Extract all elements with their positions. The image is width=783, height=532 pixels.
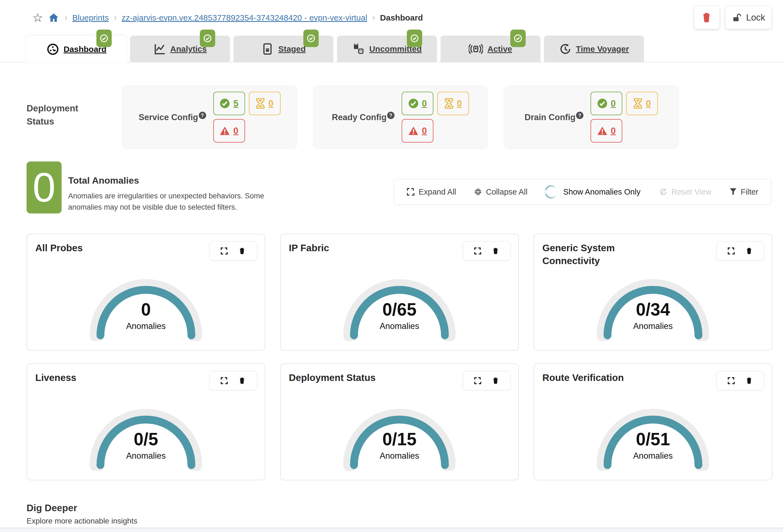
failed-count-box[interactable]: 0	[591, 119, 622, 142]
anomaly-gauge: 0/51 Anomalies	[595, 405, 711, 471]
delete-card-button[interactable]	[239, 377, 246, 385]
probe-card-ip-fabric: IP Fabric 0/65 Anomalies	[280, 234, 519, 351]
deployment-status-label: DeploymentStatus	[27, 102, 78, 128]
tab-analytics[interactable]: Analytics	[130, 36, 230, 62]
pending-count-box[interactable]: 0	[437, 92, 469, 115]
gauge-card-title: Generic System Connectivity	[542, 241, 657, 267]
gauge-card-tools	[210, 371, 257, 390]
gauge-card-title: IP Fabric	[289, 241, 404, 254]
anomaly-gauge: 0/65 Anomalies	[342, 275, 457, 341]
gauge-card-tools	[463, 371, 510, 390]
status-card-title: Service Config?	[138, 112, 206, 122]
anomaly-gauge: 0/5 Anomalies	[88, 405, 203, 471]
gauge-grid-row-1: All Probes 0 Anomalies IP Fabric	[27, 234, 772, 351]
anomaly-gauge: 0/15 Anomalies	[342, 405, 457, 471]
show-anomalies-toggle[interactable]: OFF	[545, 185, 557, 198]
probe-card-liveness: Liveness 0/5 Anomalies	[27, 363, 265, 480]
check-circle-icon	[408, 98, 418, 109]
tab-active[interactable]: Active	[440, 36, 540, 62]
collapse-icon	[474, 188, 482, 196]
total-anomalies-count: 0	[27, 162, 62, 213]
tab-dashboard[interactable]: Dashboard	[27, 36, 126, 63]
reset-view-button[interactable]: Reset View	[660, 188, 711, 197]
gauge-card-title: Liveness	[35, 371, 150, 384]
tab-label: Staged	[278, 44, 306, 54]
help-icon[interactable]: ?	[576, 112, 584, 119]
pending-count-box[interactable]: 0	[626, 92, 658, 115]
check-circle-icon	[220, 98, 230, 109]
deployment-status-cards: Service Config? 5 0 0	[122, 86, 679, 149]
gauge-caption: Anomalies	[88, 321, 203, 331]
header-actions: Lock	[694, 6, 772, 29]
help-icon[interactable]: ?	[387, 112, 395, 119]
analytics-chart-icon	[153, 43, 166, 55]
gauge-card-tools	[210, 241, 257, 261]
blueprint-tabs: Dashboard Analytics Staged Uncommitted	[27, 36, 644, 63]
expand-card-button[interactable]	[221, 377, 228, 384]
failed-count-box[interactable]: 0	[213, 119, 245, 142]
lock-button[interactable]: Lock	[725, 6, 772, 29]
gauge-value: 0/5	[88, 429, 203, 450]
footer-divider	[0, 528, 783, 532]
favorite-star-icon[interactable]: ☆	[32, 12, 43, 24]
gauge-card-title: Deployment Status	[289, 371, 404, 384]
home-icon[interactable]	[48, 12, 59, 24]
succeeded-count-box[interactable]: 0	[402, 92, 433, 115]
breadcrumb-separator: ›	[372, 12, 375, 23]
failed-count-box[interactable]: 0	[402, 119, 433, 142]
expand-card-button[interactable]	[728, 377, 735, 384]
top-bar: ☆ › Blueprints › zz-ajarvis-evpn.vex.248…	[0, 0, 783, 36]
delete-card-button[interactable]	[492, 377, 499, 385]
probe-card-all-probes: All Probes 0 Anomalies	[27, 234, 265, 351]
pending-count-box[interactable]: 0	[249, 92, 281, 115]
total-anomalies-description: Anomalies are irregularities or unexpect…	[68, 191, 282, 213]
delete-card-button[interactable]	[239, 247, 246, 255]
trash-icon	[701, 12, 712, 23]
anomaly-gauge: 0 Anomalies	[88, 275, 203, 341]
breadcrumb-current: Dashboard	[380, 13, 423, 23]
gauge-card-tools	[717, 371, 764, 390]
expand-card-button[interactable]	[221, 247, 228, 255]
staged-file-icon	[261, 43, 274, 55]
dig-deeper-title: Dig Deeper	[27, 502, 77, 513]
breadcrumb-blueprints-link[interactable]: Blueprints	[72, 13, 109, 23]
drain-config-card: Drain Config? 0 0 0	[504, 86, 679, 149]
dashboard-gauge-icon	[46, 43, 59, 56]
reset-view-icon	[660, 188, 667, 196]
apstra-dashboard-page: ☆ › Blueprints › zz-ajarvis-evpn.vex.248…	[0, 0, 783, 532]
unlock-icon	[732, 12, 742, 23]
expand-card-button[interactable]	[474, 247, 481, 255]
hourglass-icon	[256, 98, 265, 109]
gauge-value: 0/65	[342, 299, 457, 320]
time-voyager-history-icon	[559, 43, 572, 55]
collapse-all-button[interactable]: Collapse All	[474, 188, 528, 197]
delete-card-button[interactable]	[746, 377, 753, 385]
succeeded-count-box[interactable]: 5	[213, 92, 245, 115]
expand-all-button[interactable]: Expand All	[407, 188, 456, 197]
delete-card-button[interactable]	[746, 247, 753, 255]
help-icon[interactable]: ?	[199, 112, 206, 119]
delete-card-button[interactable]	[492, 247, 499, 255]
tab-time-voyager[interactable]: Time Voyager	[544, 36, 644, 62]
expand-card-button[interactable]	[474, 377, 481, 384]
expand-card-button[interactable]	[728, 247, 735, 255]
show-anomalies-only-label: Show Anomalies Only	[563, 188, 640, 197]
tab-staged[interactable]: Staged	[233, 36, 334, 62]
active-device-waves-icon	[469, 43, 483, 55]
breadcrumb-blueprint-link[interactable]: zz-ajarvis-evpn.vex.2485377892354-374324…	[122, 13, 367, 23]
dig-deeper-subtitle: Explore more actionable insights	[27, 517, 137, 525]
delete-blueprint-button[interactable]	[694, 6, 719, 29]
gauge-value: 0/34	[595, 299, 711, 320]
status-card-title: Drain Config?	[525, 112, 584, 122]
breadcrumb: ☆ › Blueprints › zz-ajarvis-evpn.vex.248…	[32, 0, 423, 36]
service-config-card: Service Config? 5 0 0	[122, 86, 297, 149]
gauge-value: 0	[88, 299, 203, 320]
probe-card-deployment-status: Deployment Status 0/15 Anomalies	[280, 363, 519, 480]
succeeded-count-box[interactable]: 0	[591, 92, 622, 115]
tab-uncommitted[interactable]: Uncommitted	[337, 36, 437, 62]
filter-button[interactable]: Filter	[730, 188, 758, 197]
check-badge-icon	[200, 30, 215, 47]
check-badge-icon	[407, 30, 422, 47]
hourglass-icon	[633, 98, 643, 109]
uncommitted-boxes-icon	[352, 43, 365, 55]
